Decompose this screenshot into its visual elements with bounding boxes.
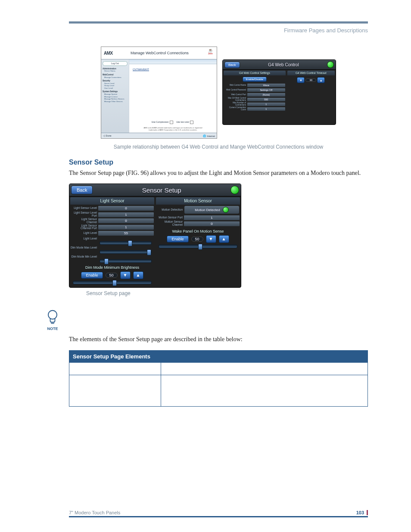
note-icon: NOTE xyxy=(43,309,62,331)
dim-up-button[interactable]: ▲ xyxy=(133,271,143,279)
wake-up-button[interactable]: ▲ xyxy=(219,235,229,243)
figure-caption-2: Sensor Setup page xyxy=(86,290,368,296)
java-icon: ☕ Java xyxy=(206,49,214,57)
enable-disable-button[interactable]: Enable/Disable xyxy=(243,77,267,82)
dim-enable-button[interactable]: Enable xyxy=(81,272,103,279)
status-orb-icon xyxy=(327,61,334,68)
motion-status-text: Motion Detected xyxy=(195,208,220,212)
dim-mode-title: Dim Mode Minimum Brightness xyxy=(70,265,154,270)
fig1-sidebar: Log Out Administration Device Status Web… xyxy=(101,59,129,133)
table-row xyxy=(69,362,368,375)
timeout-value: 30 xyxy=(305,78,316,82)
light-level-slider[interactable] xyxy=(100,241,152,245)
timeout-up-button[interactable]: ▲ xyxy=(317,77,325,83)
figure-g4-web-control: Back G4 Web Control G4 Web Control Setti… xyxy=(222,59,336,125)
figure-manage-webcontrol: AMX Manage WebControl Connections ☕ Java… xyxy=(101,47,217,139)
wake-enable-button[interactable]: Enable xyxy=(167,236,188,243)
figure-caption-1: Sample relationship between G4 Web Contr… xyxy=(69,144,368,150)
device-link[interactable]: CV7WAVEKIT xyxy=(133,68,149,71)
dim-min-slider[interactable] xyxy=(100,259,152,263)
internet-icon: Internet xyxy=(203,134,215,137)
lowcolor-checkbox[interactable] xyxy=(190,121,193,124)
wake-down-button[interactable]: ▼ xyxy=(206,235,216,243)
fig1-title: Manage WebControl Connections xyxy=(113,51,206,55)
back-button[interactable]: Back xyxy=(71,186,93,194)
paragraph-1: The Sensor Setup page (FIG. 96) allows y… xyxy=(69,169,368,177)
logout-button[interactable]: Log Out xyxy=(103,61,128,66)
table-row xyxy=(69,375,368,406)
settings-header: G4 Web Control Settings xyxy=(224,71,286,75)
wake-panel-title: Wake Panel On Motion Sense xyxy=(156,229,240,233)
elements-table: Sensor Setup Page Elements xyxy=(69,350,368,407)
motion-indicator-icon xyxy=(223,207,229,213)
wake-value: 50 xyxy=(191,236,203,242)
panel-title: Sensor Setup xyxy=(93,187,230,194)
compression-checkbox[interactable] xyxy=(170,121,173,124)
figure-sensor-setup: Back Sensor Setup Light Sensor Light Sen… xyxy=(69,184,241,288)
dim-brightness-slider[interactable] xyxy=(73,281,152,284)
back-button[interactable]: Back xyxy=(224,62,240,68)
section-heading: Sensor Setup xyxy=(69,159,368,166)
timeout-header: G4 Web Control Timeout xyxy=(287,71,335,75)
running-head: Firmware Pages and Descriptions xyxy=(69,27,368,34)
dim-down-button[interactable]: ▼ xyxy=(120,271,131,279)
page-number: 103 xyxy=(356,510,368,515)
footer-title: 7" Modero Touch Panels xyxy=(69,510,120,515)
status-orb-icon xyxy=(230,186,239,194)
amx-logo: AMX xyxy=(104,51,113,56)
dim-value: 50 xyxy=(106,273,118,278)
timeout-down-button[interactable]: ▼ xyxy=(297,77,305,83)
paragraph-2: The elements of the Sensor Setup page ar… xyxy=(69,335,368,344)
svg-point-0 xyxy=(48,311,57,319)
motion-sensor-header: Motion Sensor xyxy=(156,197,240,205)
dim-max-slider[interactable] xyxy=(100,250,152,254)
light-sensor-header: Light Sensor xyxy=(70,197,154,205)
panel-title: G4 Web Control xyxy=(240,62,327,67)
table-header: Sensor Setup Page Elements xyxy=(69,350,368,362)
wake-slider[interactable] xyxy=(159,245,237,248)
